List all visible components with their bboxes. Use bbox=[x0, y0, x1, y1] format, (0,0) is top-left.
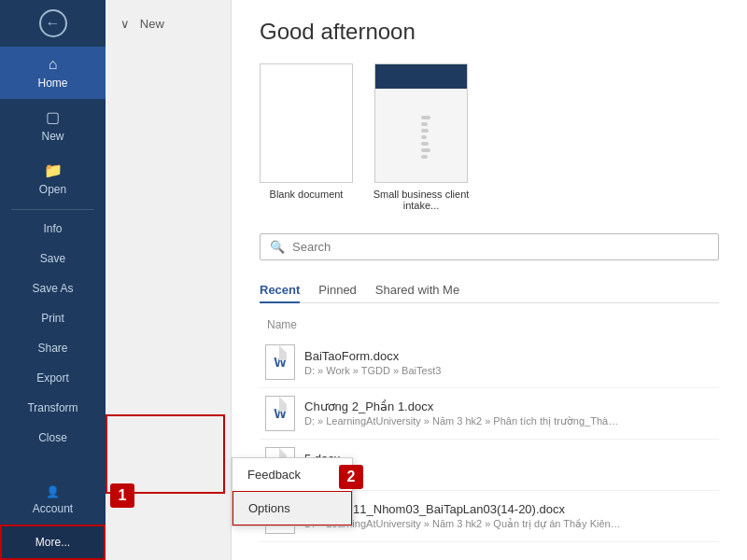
tab-shared[interactable]: Shared with Me bbox=[375, 277, 459, 302]
sidebar-save-as-label: Save As bbox=[32, 282, 73, 295]
file-icon-0: W bbox=[265, 344, 295, 380]
tab-pinned[interactable]: Pinned bbox=[318, 277, 356, 302]
sidebar-item-info[interactable]: Info bbox=[0, 214, 106, 244]
popup-menu: Feedback Options bbox=[232, 457, 353, 526]
file-path-0: D: » Work » TGDD » BaiTest3 bbox=[304, 365, 441, 376]
sidebar-info-label: Info bbox=[43, 222, 62, 235]
nav-panel: ∨ New bbox=[106, 0, 232, 560]
tab-recent[interactable]: Recent bbox=[260, 277, 300, 302]
sidebar-account-label: Account bbox=[33, 502, 73, 515]
sidebar-item-transform[interactable]: Transform bbox=[0, 393, 106, 423]
sidebar-item-open-label: Open bbox=[39, 183, 66, 196]
sidebar-more-label: More... bbox=[35, 536, 70, 549]
account-icon: 👤 bbox=[46, 485, 60, 498]
sidebar-share-label: Share bbox=[37, 342, 67, 355]
sidebar-print-label: Print bbox=[41, 312, 64, 325]
template-blank-label: Blank document bbox=[270, 189, 344, 200]
sidebar-item-new-label: New bbox=[41, 130, 63, 143]
sidebar-item-home-label: Home bbox=[37, 77, 67, 90]
file-name-0: BaiTaoForm.docx bbox=[304, 349, 441, 363]
sidebar-item-new[interactable]: ▢ New bbox=[0, 99, 106, 152]
search-input[interactable] bbox=[292, 240, 709, 254]
sidebar-item-print[interactable]: Print bbox=[0, 303, 106, 333]
nav-panel-title: New bbox=[140, 17, 164, 31]
sidebar-item-home[interactable]: ⌂ Home bbox=[0, 47, 106, 99]
page-greeting: Good afternoon bbox=[260, 19, 719, 45]
search-icon: 🔍 bbox=[270, 240, 285, 254]
template-business-label: Small business client intake... bbox=[370, 189, 472, 211]
sidebar-item-close[interactable]: Close bbox=[0, 423, 106, 453]
nav-chevron: ∨ bbox=[120, 17, 130, 31]
sidebar-export-label: Export bbox=[36, 371, 69, 385]
file-list-column-name: Name bbox=[267, 318, 297, 331]
sidebar-divider-1 bbox=[11, 209, 94, 210]
back-button[interactable]: ← bbox=[0, 0, 106, 47]
annotation-2: 2 bbox=[339, 465, 363, 489]
sidebar-item-export[interactable]: Export bbox=[0, 363, 106, 393]
sidebar-close-label: Close bbox=[38, 431, 67, 444]
sidebar-bottom: 👤 Account More... bbox=[0, 476, 106, 560]
file-info-1: Chương 2_Phần 1.docx D: » LearningAtUniv… bbox=[304, 399, 622, 427]
file-row-0[interactable]: W BaiTaoForm.docx D: » Work » TGDD » Bai… bbox=[260, 337, 719, 388]
sidebar-item-save-as[interactable]: Save As bbox=[0, 273, 106, 303]
sidebar-item-more[interactable]: More... bbox=[0, 525, 106, 560]
home-icon: ⌂ bbox=[49, 56, 58, 73]
file-row-1[interactable]: W Chương 2_Phần 1.docx D: » LearningAtUn… bbox=[260, 388, 719, 440]
popup-options[interactable]: Options bbox=[233, 491, 352, 525]
new-icon: ▢ bbox=[46, 108, 60, 126]
sidebar-item-save[interactable]: Save bbox=[0, 244, 106, 273]
file-path-1: D: » LearningAtUniversity » Năm 3 hk2 » … bbox=[304, 415, 622, 427]
tabs-row: Recent Pinned Shared with Me bbox=[260, 277, 719, 303]
file-list-header: Name bbox=[260, 313, 719, 337]
back-circle-icon: ← bbox=[39, 9, 67, 37]
popup-feedback[interactable]: Feedback bbox=[233, 458, 352, 491]
open-icon: 📁 bbox=[44, 161, 63, 179]
template-business-thumb bbox=[374, 63, 468, 183]
file-info-0: BaiTaoForm.docx D: » Work » TGDD » BaiTe… bbox=[304, 349, 441, 376]
sidebar-item-account[interactable]: 👤 Account bbox=[0, 476, 106, 525]
template-business[interactable]: Small business client intake... bbox=[370, 63, 472, 211]
sidebar-item-open[interactable]: 📁 Open bbox=[0, 152, 106, 205]
sidebar: ← ⌂ Home ▢ New 📁 Open Info Save S bbox=[0, 0, 106, 560]
sidebar-transform-label: Transform bbox=[27, 401, 78, 414]
search-bar[interactable]: 🔍 bbox=[260, 233, 719, 260]
templates-row: Blank document bbox=[260, 63, 719, 211]
annotation-1: 1 bbox=[110, 483, 134, 508]
template-blank[interactable]: Blank document bbox=[260, 63, 353, 211]
file-icon-1: W bbox=[265, 396, 295, 431]
nav-panel-header: ∨ New bbox=[106, 0, 231, 40]
file-name-1: Chương 2_Phần 1.docx bbox=[304, 399, 622, 413]
sidebar-save-label: Save bbox=[40, 252, 65, 265]
template-blank-thumb bbox=[260, 63, 353, 183]
sidebar-item-share[interactable]: Share bbox=[0, 333, 106, 363]
